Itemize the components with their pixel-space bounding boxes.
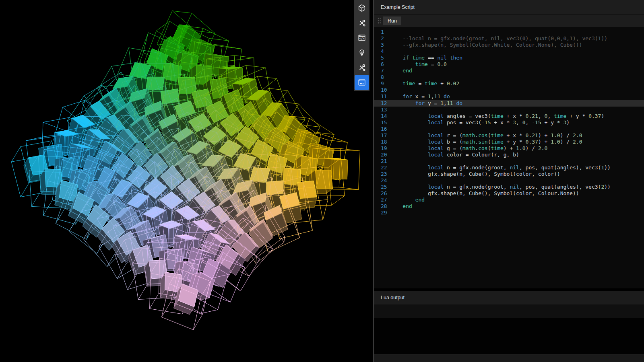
line-number: 22 [374, 165, 390, 171]
code-line[interactable]: 26 gfx.shape(n, Cube(), Symbol(color, Co… [374, 190, 644, 197]
line-number: 21 [374, 158, 390, 165]
code-line-text [390, 126, 644, 132]
line-number: 5 [374, 55, 390, 61]
tools-icon [357, 63, 366, 72]
code-line-text: local n = gfx.node(groot, nil, pos, quat… [390, 165, 644, 171]
line-number: 8 [374, 74, 390, 80]
lightbulb-icon[interactable] [355, 45, 369, 60]
code-line-text: time = 0.0 [390, 61, 644, 68]
code-line-text: local n = gfx.node(groot, nil, pos, quat… [390, 184, 644, 190]
code-line-text: local pos = vec3(-15 + x * 3, 0, -15 + y… [390, 119, 644, 126]
line-number: 29 [374, 210, 390, 216]
code-line-text: gfx.shape(n, Cube(), Symbol(color, Colou… [390, 190, 644, 197]
lua-output-area [374, 318, 644, 354]
line-number: 28 [374, 203, 390, 210]
code-line-text: local g = (math.cos(time) + 1.0) / 2.0 [390, 145, 644, 152]
code-line-text: for x = 1,11 do [390, 93, 644, 100]
code-line[interactable]: 14 local angles = vec3(time + x * 0.21, … [374, 113, 644, 119]
code-line-text [390, 210, 644, 216]
code-editor[interactable]: 12 --local n = gfx.node(groot, nil, vec3… [374, 27, 644, 288]
code-line[interactable]: 2 --local n = gfx.node(groot, nil, vec3(… [374, 35, 644, 42]
code-line[interactable]: 23 gfx.shape(n, Cube(), Symbol(color, co… [374, 171, 644, 177]
drag-handle-icon[interactable] [377, 17, 381, 24]
code-line-text: --local n = gfx.node(groot, nil, vec3(0)… [390, 35, 644, 42]
bottom-status-bar [374, 354, 644, 362]
line-number: 6 [374, 61, 390, 68]
code-line[interactable]: 1 [374, 29, 644, 35]
code-window-icon[interactable]: </> [355, 31, 369, 45]
script-panel: Example Script Run 12 --local n = gfx.no… [373, 0, 644, 362]
code-line-text: --gfx.shape(n, Symbol(Colour.White, Colo… [390, 42, 644, 48]
run-toolbar: Run [374, 14, 644, 27]
code-line[interactable]: 9 time = time + 0.02 [374, 80, 644, 87]
code-line[interactable]: 24 [374, 177, 644, 184]
code-line-text: local b = (math.sin(time + y * 0.37) + 1… [390, 139, 644, 145]
code-line[interactable]: 18 local b = (math.sin(time + y * 0.37) … [374, 139, 644, 145]
code-line-text: local angles = vec3(time + x * 0.21, 0, … [390, 113, 644, 119]
code-line[interactable]: 8 [374, 74, 644, 80]
panel-title: Example Script [381, 0, 415, 14]
script-window-icon[interactable] [355, 75, 369, 90]
run-button[interactable]: Run [383, 16, 401, 25]
code-line[interactable]: 16 [374, 126, 644, 132]
code-line[interactable]: 15 local pos = vec3(-15 + x * 3, 0, -15 … [374, 119, 644, 126]
code-line-text [390, 29, 644, 35]
code-line-text [390, 177, 644, 184]
script-window-icon [357, 78, 366, 87]
line-number: 23 [374, 171, 390, 177]
lua-console-input[interactable] [374, 304, 644, 318]
viewport-canvas[interactable] [0, 0, 373, 362]
code-line[interactable]: 12 for y = 1,11 do [374, 100, 644, 107]
line-number: 1 [374, 29, 390, 35]
line-number: 20 [374, 152, 390, 158]
line-number: 15 [374, 119, 390, 126]
code-line-text [390, 158, 644, 165]
code-line[interactable]: 6 time = 0.0 [374, 61, 644, 68]
line-number: 26 [374, 190, 390, 197]
code-line-text: local r = (math.cos(time + x * 0.21) + 1… [390, 132, 644, 139]
code-line[interactable]: 29 [374, 210, 644, 216]
code-line[interactable]: 13 [374, 107, 644, 113]
code-line[interactable]: 5 if time == nil then [374, 55, 644, 61]
line-number: 4 [374, 48, 390, 55]
line-number: 10 [374, 87, 390, 93]
code-line[interactable]: 7 end [374, 68, 644, 74]
code-line[interactable]: 22 local n = gfx.node(groot, nil, pos, q… [374, 165, 644, 171]
code-line[interactable]: 27 end [374, 197, 644, 203]
tools-icon [357, 19, 366, 27]
line-number: 3 [374, 42, 390, 48]
lua-output-title: Lua output [381, 291, 405, 304]
line-number: 11 [374, 93, 390, 100]
code-line[interactable]: 10 [374, 87, 644, 93]
cube-icon [357, 4, 366, 12]
code-line[interactable]: 25 local n = gfx.node(groot, nil, pos, q… [374, 184, 644, 190]
line-number: 14 [374, 113, 390, 119]
code-line-text: time = time + 0.02 [390, 80, 644, 87]
code-line[interactable]: 21 [374, 158, 644, 165]
line-number: 9 [374, 80, 390, 87]
code-line[interactable]: 11 for x = 1,11 do [374, 93, 644, 100]
tools-icon[interactable] [355, 16, 369, 30]
code-window-icon: </> [357, 33, 366, 42]
code-line[interactable]: 20 local color = Colour(r, g, b) [374, 152, 644, 158]
tools-icon-2[interactable] [355, 60, 369, 75]
line-number: 27 [374, 197, 390, 203]
code-line[interactable]: 3 --gfx.shape(n, Symbol(Colour.White, Co… [374, 42, 644, 48]
code-line-text: end [390, 68, 644, 74]
code-line[interactable]: 17 local r = (math.cos(time + x * 0.21) … [374, 132, 644, 139]
line-number: 25 [374, 184, 390, 190]
cube-icon[interactable] [355, 1, 369, 15]
code-line-text: end [390, 203, 644, 210]
code-line[interactable]: 28 end [374, 203, 644, 210]
line-number: 2 [374, 35, 390, 42]
lightbulb-icon [357, 48, 366, 57]
code-line-text: for y = 1,11 do [390, 100, 644, 107]
3d-viewport[interactable] [0, 0, 373, 362]
line-number: 24 [374, 177, 390, 184]
code-line[interactable]: 4 [374, 48, 644, 55]
line-number: 18 [374, 139, 390, 145]
code-line[interactable]: 19 local g = (math.cos(time) + 1.0) / 2.… [374, 145, 644, 152]
line-number: 17 [374, 132, 390, 139]
svg-text:</>: </> [359, 37, 364, 40]
panel-titlebar: Example Script [374, 0, 644, 14]
